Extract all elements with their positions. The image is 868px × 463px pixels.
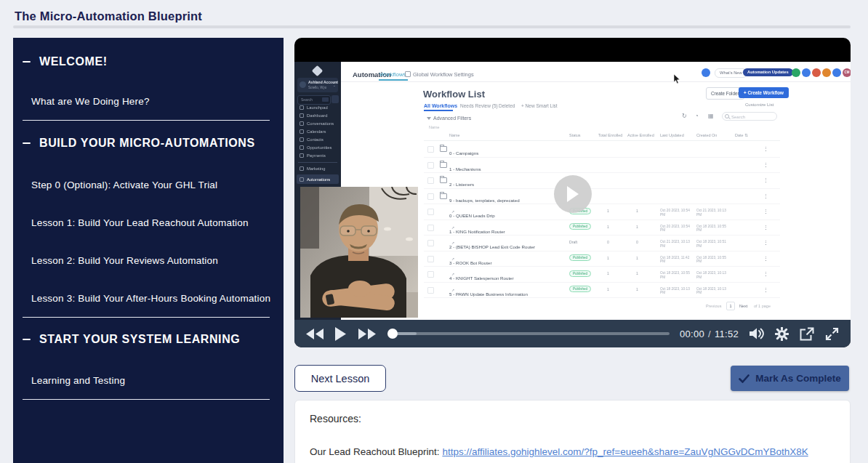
rewind-button[interactable]: [306, 328, 324, 340]
video-player[interactable]: Ashland Account Sotello, Wyo ⌄ Search La…: [294, 38, 851, 347]
kebab-menu-icon: ⋮: [763, 209, 768, 214]
sidebar-item-lesson-3[interactable]: Lesson 3: Build Your After-Hours Booking…: [31, 293, 270, 304]
sidebar-section-start[interactable]: START YOUR SYSTEM LEARNING: [23, 333, 240, 346]
shortcut-badge: [322, 97, 329, 102]
fast-forward-button[interactable]: [358, 328, 376, 340]
new-smart-list-link: + New Smart List: [521, 103, 558, 108]
row-name: 0 - QUEEN Leads Drip↗: [449, 209, 454, 214]
duration: 11:52: [715, 329, 739, 339]
active-tab-underline: [379, 79, 408, 81]
sidebar-item-lesson-2[interactable]: Lesson 2: Build Your Reviews Automation: [31, 255, 218, 266]
progress-handle[interactable]: [387, 329, 398, 339]
presenter-webcam-image: [300, 187, 418, 318]
row-checkbox: [427, 146, 434, 153]
bell-avatar-icon: [822, 68, 831, 77]
resources-card: Resources: Our Lead Reachout Blueprint: …: [294, 400, 851, 463]
sidebar-divider: [23, 317, 270, 318]
advanced-filters-toggle: Advanced Filters: [427, 116, 471, 121]
pagination-summary: of 1 page: [754, 304, 771, 308]
customize-list-link: Customize List: [745, 102, 773, 107]
pip-button[interactable]: [800, 327, 814, 341]
column-header-active-enrolled: Active Enrolled: [627, 133, 654, 137]
dashboard-icon: [300, 113, 304, 118]
active-enrolled-value: 1: [636, 287, 638, 291]
fullscreen-icon: [825, 327, 839, 341]
mark-complete-label: Mark As Complete: [755, 373, 840, 384]
time-display: 00:00/11:52: [680, 329, 739, 339]
kebab-menu-icon: ⋮: [763, 193, 768, 199]
sidebar-item-what-are-we-doing[interactable]: What are We Doing Here?: [31, 96, 150, 107]
account-avatar: [300, 81, 306, 88]
row-checkbox: [427, 209, 434, 215]
last-updated-value: Oct 20 2023, 10:54 PM: [660, 225, 694, 233]
collapse-icon: [23, 142, 31, 145]
collapse-icon: [23, 61, 31, 63]
created-on-value: Oct 18 2023, 10:13 PM: [696, 271, 730, 280]
last-updated-value: Oct 20 2023, 10:54 PM: [660, 209, 694, 217]
table-row: 0 - Campaigns↗ ⋮: [294, 142, 851, 158]
sidebar-item-lesson-1[interactable]: Lesson 1: Build Your Lead Reachout Autom…: [31, 217, 249, 228]
time-separator: /: [708, 329, 711, 339]
last-updated-value: Oct 18 2023, 10:55 PM: [660, 271, 694, 280]
sidebar-divider: [23, 399, 270, 400]
link-avatar-icon: [802, 68, 811, 77]
pagination-page: 1: [726, 302, 735, 310]
calendars-icon: [300, 129, 304, 134]
row-name: 1 - KING Notification Router↗: [449, 225, 454, 230]
active-enrolled-value: 1: [636, 271, 638, 275]
kebab-menu-icon: ⋮: [763, 256, 768, 262]
chevron-down-icon: ⌄: [333, 83, 336, 87]
kebab-menu-icon: ⋮: [763, 240, 768, 246]
conversations-icon: [300, 121, 304, 126]
ghl-nav-launchpad: Launchpad: [300, 105, 328, 110]
row-checkbox: [427, 287, 434, 294]
row-name: 4 - KNIGHT Salesperson Router↗: [449, 271, 454, 276]
play-overlay-button[interactable]: [554, 175, 592, 213]
sidebar-section-build[interactable]: BUILD YOUR MICRO-AUTOMATIONS: [23, 137, 255, 150]
progress-bar[interactable]: [387, 329, 670, 339]
play-button[interactable]: [335, 327, 346, 341]
column-header-last-updated: Last Updated: [660, 133, 684, 137]
grid-view-icon: ▦: [708, 113, 714, 119]
ghl-nav-calendars: Calendars: [300, 129, 326, 134]
next-lesson-button[interactable]: Next Lesson: [294, 365, 386, 392]
ghl-tab-workflows: Workflows: [379, 71, 406, 78]
progress-track[interactable]: [387, 332, 670, 335]
pagination-next: Next: [739, 304, 747, 308]
resource-link[interactable]: https://affiliates.gohighlevel.com/?fp_r…: [442, 446, 808, 457]
page-title: The Micro-Automation Blueprint: [15, 9, 202, 23]
title-divider: [13, 25, 851, 28]
check-icon: [739, 374, 750, 383]
volume-icon: [750, 328, 764, 339]
refresh-icon: ↻: [682, 113, 687, 119]
gear-icon: [775, 327, 789, 341]
settings-button[interactable]: [775, 327, 789, 341]
column-header-created-on: Created On: [696, 133, 717, 137]
sidebar-section-welcome[interactable]: WELCOME!: [23, 55, 108, 68]
created-on-value: Oct 18 2023, 10:55 PM: [696, 225, 730, 233]
ghl-nav-conversations: Conversations: [300, 121, 334, 126]
volume-button[interactable]: [750, 328, 764, 339]
row-name: 5 - PAWN Update Business Information↗: [449, 287, 454, 292]
folder-icon: [440, 146, 447, 152]
user-avatar: CM: [843, 68, 851, 77]
tab-all-workflows: All Workflows: [424, 103, 457, 108]
row-checkbox: [427, 162, 434, 169]
section-label: START YOUR SYSTEM LEARNING: [39, 333, 240, 346]
sidebar-item-step-0[interactable]: Step 0 (Optional): Activate Your GHL Tri…: [31, 180, 217, 190]
fullscreen-button[interactable]: [825, 327, 839, 341]
mouse-cursor: [673, 74, 680, 87]
total-enrolled-value: 1: [607, 225, 609, 229]
play-icon: [566, 186, 579, 202]
total-enrolled-value: 1: [607, 287, 609, 291]
create-workflow-button: + Create Workflow: [739, 87, 789, 98]
tab-needs-review: Needs Review (5): [460, 103, 498, 108]
total-enrolled-value: 1: [607, 256, 609, 260]
sort-icon: ⇅: [744, 133, 748, 137]
mark-complete-button[interactable]: Mark As Complete: [731, 366, 849, 391]
sidebar-item-learning-testing[interactable]: Learning and Testing: [31, 375, 125, 386]
search-placeholder: Search: [301, 97, 313, 102]
active-enrolled-value: 0: [636, 240, 638, 244]
ghl-tab-global-settings: Global Workflow Settings: [405, 71, 474, 78]
resource-label: Our Lead Reachout Blueprint:: [310, 446, 440, 457]
